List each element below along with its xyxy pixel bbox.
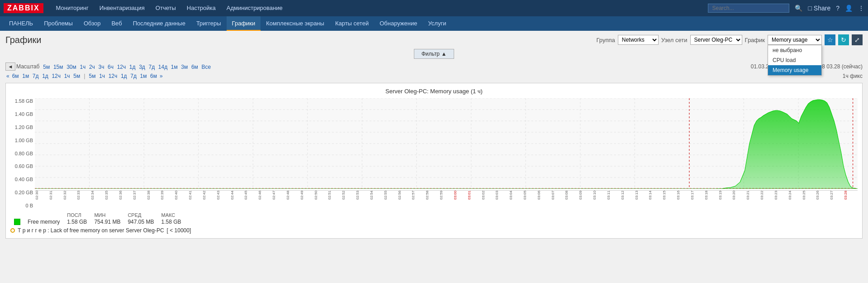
xaxis-label: 02:56 <box>398 191 412 201</box>
help-icon[interactable]: ? <box>836 5 840 12</box>
favorite-btn[interactable]: ☆ <box>825 34 835 45</box>
xaxis-label: 02:54 <box>370 191 384 201</box>
top-menu-item-monitoring[interactable]: Мониторинг <box>51 0 94 16</box>
scale-label: Масштаб <box>16 63 39 70</box>
scale-link-6м[interactable]: 6м <box>190 64 199 70</box>
fwd-link-7д[interactable]: 7д <box>129 73 138 79</box>
back-link-6м[interactable]: 6м <box>11 73 20 79</box>
page-title: Графики <box>5 35 597 45</box>
fwd-link-1м[interactable]: 1м <box>139 73 148 79</box>
back-link-12ч[interactable]: 12ч <box>51 73 62 79</box>
xaxis-label: 02:30 <box>35 191 49 201</box>
xaxis-label: 02:52 <box>342 191 356 201</box>
more-icon[interactable]: ⋮ <box>858 5 864 12</box>
top-menu-item-reports[interactable]: Отчеты <box>150 0 181 16</box>
yaxis-label: 0 B <box>25 203 33 208</box>
top-menu-item-inventory[interactable]: Инвентаризация <box>94 0 150 16</box>
search-icon[interactable]: 🔍 <box>795 5 802 12</box>
sub-menu-item-web[interactable]: Веб <box>106 16 127 31</box>
back-link-7д[interactable]: 7д <box>32 73 40 79</box>
fwd-link-6м[interactable]: 6м <box>149 73 158 79</box>
chart-wrapper: 1.58 GB1.40 GB1.20 GB1.00 GB0.80 GB0.60 … <box>10 98 858 208</box>
xaxis-label: 03:21 <box>746 191 760 201</box>
fwd-link-1ч[interactable]: 1ч <box>98 73 106 79</box>
nav-left-arrow[interactable]: ◄ <box>5 62 15 71</box>
scale-link-3д[interactable]: 3д <box>138 64 146 70</box>
xaxis-label: 03:05 <box>523 191 537 201</box>
xaxis-label: 03:19 <box>718 191 732 201</box>
graph-option-memory[interactable]: Memory usage <box>768 65 821 75</box>
search-input[interactable] <box>708 4 789 13</box>
legend-min-val: 754.91 MB <box>90 218 124 225</box>
xaxis-label: 03:10 <box>593 191 607 201</box>
scale-link-1ч[interactable]: 1ч <box>79 64 86 70</box>
graph-option-cpu[interactable]: CPU load <box>768 55 821 65</box>
scale-link-1д[interactable]: 1д <box>128 64 137 70</box>
expand-btn[interactable]: ⤢ <box>852 34 863 45</box>
graph-select[interactable]: не выбрано CPU load Memory usage <box>768 35 822 45</box>
sub-menu-item-problems[interactable]: Проблемы <box>38 16 78 31</box>
scale-link-3м[interactable]: 3м <box>180 64 189 70</box>
top-menu: МониторингИнвентаризацияОтчетыНастройкаА… <box>51 0 288 16</box>
xaxis-label: 03:09 <box>579 191 593 201</box>
filter-toggle-button[interactable]: Фильтр ▲ <box>414 49 455 59</box>
node-select[interactable]: Server Oleg-PC <box>690 35 742 45</box>
xaxis-label: 02:42 <box>202 191 216 201</box>
scale-link-6ч[interactable]: 6ч <box>107 64 114 70</box>
sub-menu-item-discovery[interactable]: Обнаружение <box>374 16 422 31</box>
top-right-controls: 🔍 □ Share ? 👤 ⋮ <box>708 4 864 13</box>
share-icon[interactable]: □ Share <box>808 5 830 12</box>
refresh-btn[interactable]: ↻ <box>838 34 849 45</box>
sub-menu-item-screens[interactable]: Комплексные экраны <box>261 16 330 31</box>
sub-menu-item-overview[interactable]: Обзор <box>78 16 106 31</box>
sub-navigation: ПАНЕЛЬПроблемыОбзорВебПоследние данныеТр… <box>0 16 868 31</box>
scale-link-3ч[interactable]: 3ч <box>98 64 105 70</box>
scale-link-12ч[interactable]: 12ч <box>116 64 127 70</box>
scale-link-2ч[interactable]: 2ч <box>88 64 96 70</box>
node-label: Узел сети <box>661 37 688 43</box>
back-link-1д[interactable]: 1д <box>41 73 49 79</box>
sub-menu-item-last-data[interactable]: Последние данные <box>128 16 191 31</box>
legend-last-val: 1.58 GB <box>63 218 90 225</box>
xaxis-label: 03:00 <box>453 191 467 201</box>
sub-menu-item-graphs[interactable]: Графики <box>227 16 261 31</box>
scale-link-7д[interactable]: 7д <box>147 64 156 70</box>
xaxis-label: 03:12 <box>621 191 635 201</box>
user-icon[interactable]: 👤 <box>845 5 853 12</box>
xaxis-label: 03:01 <box>467 191 481 201</box>
scale-link-15м[interactable]: 15м <box>52 64 64 70</box>
logo[interactable]: ZABBIX <box>4 3 43 13</box>
graph-option-none[interactable]: не выбрано <box>768 45 821 55</box>
scale-link-30м[interactable]: 30м <box>66 64 77 70</box>
scale-link-1м[interactable]: 1м <box>170 64 179 70</box>
fwd-link-5м[interactable]: 5м <box>88 73 97 79</box>
back-link-1ч[interactable]: 1ч <box>63 73 71 79</box>
back-link-1м[interactable]: 1м <box>21 73 30 79</box>
sub-menu-item-triggers[interactable]: Триггеры <box>191 16 227 31</box>
sub-menu-item-maps[interactable]: Карты сетей <box>330 16 374 31</box>
group-select[interactable]: Networks <box>618 35 659 45</box>
yaxis-label: 1.00 GB <box>15 138 33 143</box>
yaxis-label: 0.20 GB <box>15 190 33 195</box>
filter-bar: Фильтр ▲ <box>5 49 863 59</box>
xaxis-label: 02:57 <box>411 191 425 201</box>
sub-menu-item-panel[interactable]: ПАНЕЛЬ <box>4 16 38 31</box>
xaxis-label: 03:11 <box>607 191 621 201</box>
nav-far-back[interactable]: « <box>5 73 10 79</box>
scale-link-5м[interactable]: 5м <box>42 64 51 70</box>
fwd-link-12ч[interactable]: 12ч <box>108 73 119 79</box>
trigger-row: Т р и г г е р : Lack of free memory on s… <box>10 227 858 234</box>
back-link-5м[interactable]: 5м <box>72 73 81 79</box>
fix-value: 1ч фикс <box>843 73 863 79</box>
top-menu-item-admin[interactable]: Администрирование <box>221 0 288 16</box>
yaxis-label: 0.40 GB <box>15 177 33 182</box>
chart-yaxis: 1.58 GB1.40 GB1.20 GB1.00 GB0.80 GB0.60 … <box>10 98 35 208</box>
nav-far-fwd[interactable]: » <box>159 73 164 79</box>
xaxis-label: 02:40 <box>174 191 188 201</box>
legend-min-header: МИН <box>90 212 124 218</box>
scale-link-14д[interactable]: 14д <box>157 64 168 70</box>
fwd-link-1д[interactable]: 1д <box>120 73 128 79</box>
top-menu-item-settings[interactable]: Настройка <box>181 0 221 16</box>
scale-link-Все[interactable]: Все <box>200 64 212 70</box>
sub-menu-item-services[interactable]: Услуги <box>422 16 451 31</box>
